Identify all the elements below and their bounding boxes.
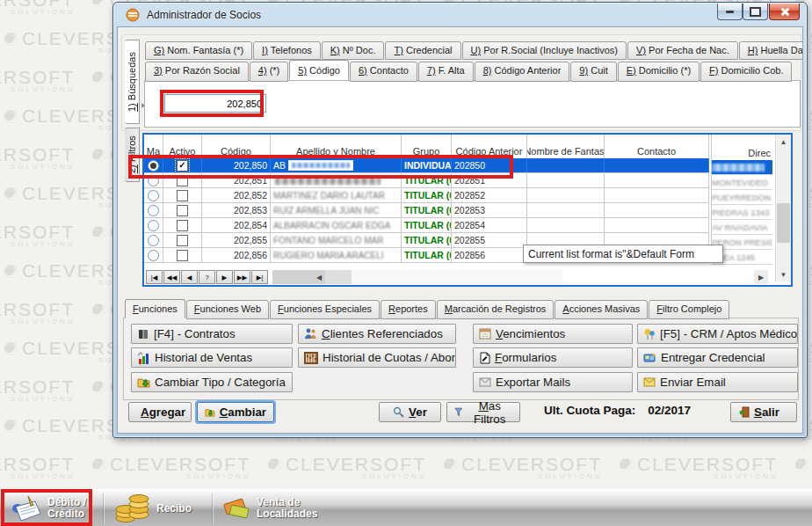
table-row[interactable]: 202,852 MARTINEZ DARIO LAUTAR TITULAR (0… xyxy=(144,188,709,203)
maximize-button[interactable] xyxy=(743,4,768,20)
coins-icon xyxy=(114,493,151,523)
search-tab[interactable]: 4) (*) xyxy=(250,62,288,82)
record-nav-button[interactable]: ▶ xyxy=(216,270,233,284)
table-row[interactable]: 202,854 ALBARRACIN OSCAR EDGA TITULAR (0… xyxy=(144,218,709,233)
row-checkbox[interactable] xyxy=(177,175,188,186)
column-header-fantasia[interactable]: Nombre de Fantasí xyxy=(527,135,605,158)
search-tab[interactable]: 8) Código Anterior xyxy=(475,62,570,82)
row-radio[interactable] xyxy=(148,235,159,246)
direccion-cell[interactable]: AV RIVADAVIA xyxy=(712,220,772,235)
record-nav-button[interactable]: ▶| xyxy=(251,270,268,284)
row-checkbox[interactable] xyxy=(177,205,188,216)
column-header-activo[interactable]: Activo xyxy=(163,135,202,158)
search-tab[interactable]: I) Telefonos xyxy=(253,41,321,60)
formularios-button[interactable]: Formularios xyxy=(473,347,633,368)
column-header-direccion[interactable]: Direc xyxy=(712,135,772,160)
function-tab[interactable]: Funciones Web xyxy=(186,300,269,319)
row-radio[interactable] xyxy=(148,205,159,216)
venta-localidades-button[interactable]: Venta de Localidades xyxy=(221,490,317,526)
search-tab[interactable]: V) Por Fecha de Nac. xyxy=(627,41,738,60)
search-tab[interactable]: H) Huella Dactilar xyxy=(739,41,803,60)
row-checkbox[interactable] xyxy=(177,220,188,231)
table-row[interactable]: 202,851 TITULAR (0) 202851 xyxy=(144,173,709,188)
historial-cuotas-button[interactable]: Historial de Cuotas / Abonos xyxy=(298,347,456,368)
debito-credito-button[interactable]: Débito / Crédito xyxy=(11,490,86,526)
search-tab[interactable]: U) Por R.Social (Incluye Inactivos) xyxy=(462,41,627,60)
column-header-ma[interactable]: Ma xyxy=(144,135,163,158)
enviar-email-button[interactable]: Enviar Email xyxy=(637,372,798,392)
side-tab[interactable]: 1) Búsquedas xyxy=(125,40,140,124)
cambiar-tipo-categoria-button[interactable]: Cambiar Tipo / Categoría xyxy=(131,372,293,392)
horizontal-scrollbar[interactable]: ◀ xyxy=(272,270,562,284)
search-tab[interactable]: 7) F. Alta xyxy=(418,62,474,82)
search-tab[interactable]: K) Nº Doc. xyxy=(322,41,385,60)
vencimientos-button[interactable]: Vencimientos xyxy=(473,324,633,344)
search-tab[interactable]: G) Nom. Fantasía (*) xyxy=(145,41,252,60)
horizontal-scroll-thumb[interactable] xyxy=(325,270,352,284)
column-header-contacto[interactable]: Contacto xyxy=(605,135,709,158)
agregar-button[interactable]: Agregar xyxy=(128,402,192,422)
cambiar-button[interactable]: Cambiar xyxy=(197,402,274,422)
row-checkbox[interactable] xyxy=(177,235,188,246)
row-radio[interactable] xyxy=(148,175,159,186)
scroll-up-icon[interactable]: ▲ xyxy=(776,135,791,149)
column-header-grupo[interactable]: Grupo xyxy=(402,135,452,158)
search-tab[interactable]: T) Credencial xyxy=(385,41,460,60)
search-tab[interactable]: 5) Código xyxy=(289,60,349,80)
direccion-cell[interactable]: PIEDRAS 1343 xyxy=(712,205,772,220)
entregar-credencial-button[interactable]: Entregar Credencial xyxy=(637,347,798,368)
exportar-mails-button[interactable]: Exportar Mails xyxy=(473,372,633,392)
record-nav-button[interactable]: |◀ xyxy=(146,270,163,284)
record-nav-button[interactable]: ? xyxy=(199,270,215,284)
cell-nombre: ALBARRACIN OSCAR EDGA xyxy=(271,218,402,232)
splitter-arrow-icon[interactable] xyxy=(141,103,145,108)
clientes-referenciados-button[interactable]: Clientes Referenciados xyxy=(298,324,456,344)
codigo-search-input[interactable] xyxy=(164,94,266,113)
row-checkbox[interactable] xyxy=(177,160,188,172)
function-tab[interactable]: Funciones xyxy=(125,299,185,318)
scroll-down-icon[interactable]: ▼ xyxy=(776,267,791,281)
search-tab[interactable]: E) Domicilio (*) xyxy=(618,62,700,82)
ver-button[interactable]: Ver xyxy=(379,402,441,422)
mas-filtros-button[interactable]: Mas Filtros xyxy=(446,402,520,422)
salir-button[interactable]: Salir xyxy=(730,402,797,422)
direccion-cell[interactable]: MONTEVIDEO xyxy=(712,175,772,190)
record-nav-button[interactable]: ◀ xyxy=(181,270,198,284)
minimize-button[interactable] xyxy=(717,4,743,20)
record-nav-button[interactable]: ◀◀ xyxy=(163,270,180,284)
row-radio[interactable] xyxy=(148,160,159,172)
vertical-scroll-thumb[interactable] xyxy=(777,203,790,243)
historial-ventas-button[interactable]: Historial de Ventas xyxy=(131,347,293,368)
recibo-button[interactable]: Recibo xyxy=(114,490,192,526)
row-radio[interactable] xyxy=(148,220,159,231)
row-radio[interactable] xyxy=(148,250,159,261)
column-header-codigo[interactable]: Código xyxy=(202,135,271,158)
row-checkbox[interactable] xyxy=(177,190,188,201)
crm-aptos-medicos-button[interactable]: [F5] - CRM / Aptos Médicos xyxy=(637,324,798,344)
side-tab[interactable]: 2) Filtros xyxy=(125,128,140,182)
close-button[interactable] xyxy=(769,4,800,20)
row-checkbox[interactable] xyxy=(177,250,188,261)
vertical-scrollbar[interactable]: ▲ ▼ xyxy=(775,135,791,281)
column-header-codigo-anterior[interactable]: Código Anterior xyxy=(452,135,527,158)
search-tab[interactable]: 9) Cuit xyxy=(570,62,616,82)
direccion-cell[interactable] xyxy=(712,160,772,175)
function-tab[interactable]: Acciones Masivas xyxy=(555,300,648,319)
function-tab[interactable]: Filtro Complejo xyxy=(649,300,729,319)
function-tab[interactable]: Marcación de Registros xyxy=(437,300,555,319)
column-header-nombre[interactable]: Apellido y Nombre xyxy=(271,135,402,158)
titlebar[interactable]: Administrador de Socios xyxy=(113,3,807,26)
scroll-right-icon[interactable]: ▶ xyxy=(754,270,768,284)
table-row[interactable]: 202,850 AB INDIVIDUAL 202850 xyxy=(144,158,709,173)
search-tab[interactable]: F) Domicilio Cob. xyxy=(700,62,792,82)
search-tab[interactable]: 6) Contacto xyxy=(350,62,417,82)
record-nav-button[interactable]: ▶▶ xyxy=(234,270,250,284)
scroll-left-icon[interactable]: ◀ xyxy=(313,270,325,284)
function-tab[interactable]: Funciones Especiales xyxy=(270,300,380,319)
row-radio[interactable] xyxy=(148,190,159,201)
table-row[interactable]: 202,853 RUIZ ARMELLA JUAN NIC TITULAR (0… xyxy=(144,203,709,218)
search-tab[interactable]: 3) Por Razón Social xyxy=(145,62,249,82)
function-tab[interactable]: Reportes xyxy=(381,300,436,319)
contratos-button[interactable]: [F4] - Contratos xyxy=(131,324,293,344)
direccion-cell[interactable]: PUEYRREDON xyxy=(712,190,772,205)
